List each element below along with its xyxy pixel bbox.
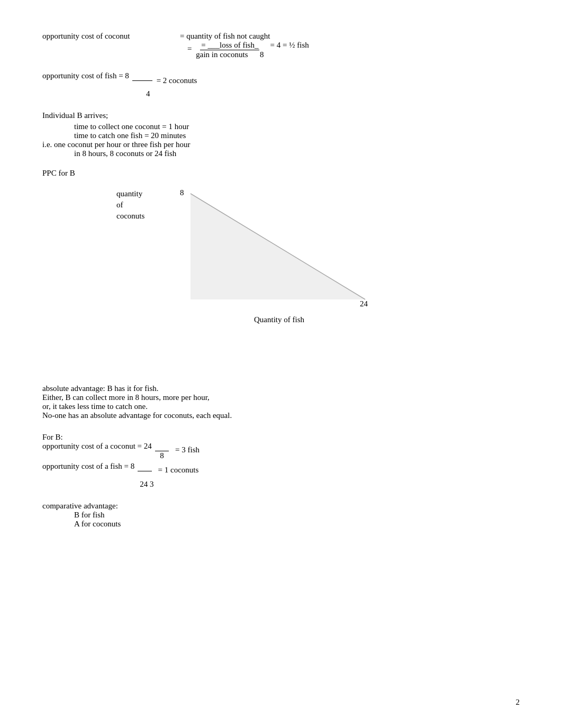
advantages-line3: or, it takes less time to catch one. <box>42 402 519 411</box>
opp-cost-fish-label: opportunity cost of fish = 8 <box>42 71 129 80</box>
for-b-title: For B: <box>42 433 519 442</box>
for-b-opp-coconut-result: = 3 fish <box>175 445 200 454</box>
for-b-opp-fish-row: opportunity cost of a fish = 8 = 1 cocon… <box>42 462 519 489</box>
for-b-opp-fish-rhs-line1: = 1 coconuts <box>137 462 198 480</box>
for-b-coconut-fraction: 8 <box>155 442 169 460</box>
opp-cost-coconut-line2: = = ___loss of fish_ gain in coconuts 8 … <box>180 41 309 59</box>
fraction-denom-value: 8 <box>260 50 264 59</box>
advantages-line2: Either, B can collect more in 8 hours, m… <box>42 393 519 402</box>
for-b-opp-fish-denom-line: 24 3 <box>137 480 198 489</box>
for-b-opp-coconut-rhs: 8 = 3 fish <box>154 442 200 460</box>
fish-fraction-denom <box>132 81 152 90</box>
individual-b-line2: time to catch one fish = 20 minutes <box>42 131 519 140</box>
advantages-line4: No-one has an absolute advantage for coc… <box>42 411 519 420</box>
individual-b-line4: in 8 hours, 8 coconuts or 24 fish <box>42 149 519 158</box>
fish-fraction <box>132 71 152 89</box>
ppc-chart-svg <box>185 183 386 321</box>
opp-cost-coconut-fraction-prefix: = = ___loss of fish_ gain in coconuts 8 <box>187 41 266 59</box>
for-b-section: For B: opportunity cost of a coconut = 2… <box>42 433 519 489</box>
ppc-section: PPC for B quantity of coconuts 8 24 Quan… <box>42 169 519 347</box>
advantages-line1: absolute advantage: B has it for fish. <box>42 384 519 393</box>
for-b-opp-fish-result: = 1 coconuts <box>158 466 199 474</box>
ppc-x-value: 24 <box>360 299 368 308</box>
opp-cost-fish-fraction <box>131 71 153 89</box>
opp-cost-coconut-label: opportunity cost of coconut <box>42 32 180 41</box>
ppc-chart-wrapper: quantity of coconuts 8 24 Quantity of fi… <box>64 183 519 347</box>
for-b-fish-denom <box>138 471 152 480</box>
individual-b-line1: time to collect one coconut = 1 hour <box>42 122 519 131</box>
comp-adv-line2: A for coconuts <box>42 520 519 529</box>
ppc-y-label-line3: coconuts <box>116 211 144 222</box>
opp-cost-fish-rhs-line2: 4 <box>131 89 197 98</box>
fraction-numerator: = ___loss of fish_ <box>200 41 259 50</box>
page-content: opportunity cost of coconut = quantity o… <box>42 32 519 529</box>
fish-fraction-num <box>132 71 152 81</box>
ppc-y-label-line1: quantity <box>116 188 144 199</box>
for-b-opp-fish-label: opportunity cost of a fish = 8 <box>42 462 134 471</box>
for-b-opp-coconut-rhs-line1: 8 = 3 fish <box>154 442 200 460</box>
opp-cost-coconut-section: opportunity cost of coconut = quantity o… <box>42 32 519 59</box>
ppc-y-value: 8 <box>180 188 184 197</box>
fraction-denom-label: gain in coconuts <box>196 50 248 59</box>
comp-adv-line1: B for fish <box>42 511 519 520</box>
for-b-opp-fish-rhs: = 1 coconuts 24 3 <box>137 462 198 489</box>
opp-cost-fish-result: = 2 coconuts <box>157 76 197 85</box>
page-number: 2 <box>516 698 520 707</box>
opp-cost-coconut-result: = 4 = ½ fish <box>270 41 309 50</box>
for-b-opp-coconut-row: opportunity cost of a coconut = 24 8 = 3… <box>42 442 519 460</box>
individual-b-title: Individual B arrives; <box>42 111 519 120</box>
opp-cost-fish-line: opportunity cost of fish = 8 = 2 coconut… <box>42 71 519 98</box>
opp-cost-coconut-fraction: = ___loss of fish_ gain in coconuts 8 <box>195 41 265 59</box>
fraction-denominator: gain in coconuts 8 <box>195 50 265 59</box>
comp-adv-label: comparative advantage: <box>42 502 519 511</box>
opp-cost-coconut-line1: = quantity of fish not caught <box>180 32 309 41</box>
for-b-fish-num <box>138 462 152 471</box>
ppc-x-label: Quantity of fish <box>254 315 304 324</box>
individual-b-section: Individual B arrives; time to collect on… <box>42 111 519 158</box>
for-b-fish-fraction <box>138 462 152 480</box>
advantages-section: absolute advantage: B has it for fish. E… <box>42 384 519 420</box>
opp-cost-coconut-rhs: = quantity of fish not caught = = ___los… <box>180 32 309 59</box>
svg-marker-1 <box>191 194 365 299</box>
for-b-coconut-num <box>155 442 169 451</box>
opp-cost-fish-rhs-line1: = 2 coconuts <box>131 71 197 89</box>
for-b-coconut-denom: 8 <box>159 451 165 460</box>
for-b-opp-coconut-label: opportunity cost of a coconut = 24 <box>42 442 152 451</box>
comp-adv-section: comparative advantage: B for fish A for … <box>42 502 519 529</box>
opp-cost-fish-rhs: = 2 coconuts 4 <box>131 71 197 98</box>
ppc-label: PPC for B <box>42 169 519 178</box>
ppc-y-axis-label: quantity of coconuts <box>116 188 144 222</box>
individual-b-line3: i.e. one coconut per hour or three fish … <box>42 140 519 149</box>
opp-cost-fish-section: opportunity cost of fish = 8 = 2 coconut… <box>42 71 519 98</box>
ppc-y-label-line2: of <box>116 199 144 211</box>
opp-cost-coconut-equals: = <box>187 44 194 53</box>
